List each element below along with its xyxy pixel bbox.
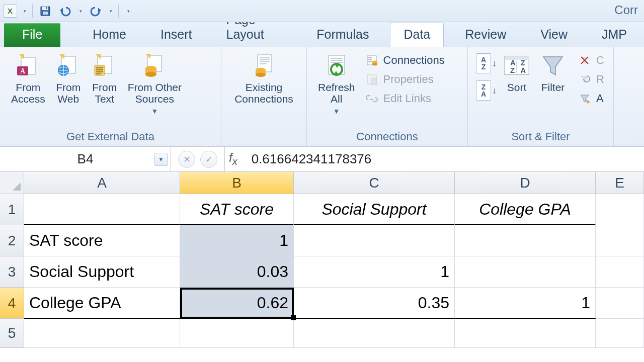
cell-E3[interactable] [596, 256, 644, 288]
cell-A3[interactable]: Social Support [24, 256, 180, 288]
qat-separator [32, 5, 33, 18]
cell-E5[interactable] [596, 319, 644, 348]
tab-insert[interactable]: Insert [147, 23, 205, 47]
cell-D1[interactable]: College GPA [455, 194, 596, 225]
tab-view[interactable]: View [527, 23, 581, 47]
enter-formula-button[interactable]: ✓ [200, 151, 217, 168]
properties-button: Properties [362, 71, 448, 87]
row-header-5[interactable]: 5 [0, 319, 24, 348]
excel-app-icon[interactable]: X [3, 5, 17, 18]
data-row-3: 3 Social Support 0.03 1 [0, 256, 644, 288]
fx-icon[interactable]: fx [225, 151, 246, 167]
filter-button[interactable]: Filter [535, 50, 571, 95]
tab-jmp[interactable]: JMP [589, 23, 640, 47]
group-label-spacer [227, 128, 300, 146]
cell-C1[interactable]: Social Support [294, 194, 455, 225]
sort-za-icon: ZA [476, 80, 491, 101]
row-header-3[interactable]: 3 [0, 256, 24, 288]
cell-D4[interactable]: 1 [455, 288, 596, 319]
redo-icon [89, 6, 102, 17]
cell-C4[interactable]: 0.35 [294, 288, 455, 319]
worksheet[interactable]: A B C D E 1 SAT score Social Support Col… [0, 172, 644, 348]
name-box-value: B4 [77, 151, 94, 167]
app-menu-caret-icon[interactable]: ▾ [22, 9, 27, 14]
refresh-icon [324, 52, 350, 78]
connections-button[interactable]: Connections [362, 52, 448, 68]
from-other-sources-button[interactable]: From Other Sources ▼ [123, 50, 187, 118]
col-header-D[interactable]: D [455, 172, 596, 194]
cell-D3[interactable] [455, 256, 596, 288]
file-tab[interactable]: File [4, 23, 60, 47]
cell-E4[interactable] [596, 288, 644, 319]
cell-D2[interactable] [455, 225, 596, 256]
undo-caret-icon[interactable]: ▾ [78, 9, 83, 14]
data-row-4: 4 College GPA 0.62 0.35 1 [0, 288, 644, 319]
reapply-filter-button: R [575, 71, 607, 87]
qat-separator-2 [118, 5, 119, 18]
col-header-B[interactable]: B [180, 172, 294, 194]
cell-B1[interactable]: SAT score [180, 194, 294, 225]
ribbon-tabs: File Home Insert Page Layout Formulas Da… [0, 22, 644, 47]
reapply-icon [579, 74, 590, 85]
from-text-button[interactable]: From Text [87, 50, 123, 107]
connections-label: Connections [383, 54, 445, 67]
select-all-corner[interactable] [0, 172, 24, 194]
svg-text:Z: Z [510, 66, 515, 74]
col-header-A[interactable]: A [24, 172, 180, 194]
tab-formulas[interactable]: Formulas [303, 23, 382, 47]
cell-A1[interactable] [24, 194, 180, 225]
advanced-filter-button[interactable]: A [575, 90, 607, 107]
group-get-external-data: A From Access From Web [0, 47, 221, 146]
svg-text:A: A [520, 66, 526, 74]
name-box[interactable]: B4 ▼ [0, 147, 171, 171]
cell-A2[interactable]: SAT score [24, 225, 180, 256]
cell-C5[interactable] [294, 319, 455, 348]
col-header-E[interactable]: E [596, 172, 644, 194]
cell-B2[interactable]: 1 [180, 225, 294, 256]
properties-icon [366, 73, 378, 85]
svg-point-18 [256, 73, 266, 77]
col-header-C[interactable]: C [294, 172, 455, 194]
name-box-dropdown-icon[interactable]: ▼ [154, 153, 168, 166]
row-header-1[interactable]: 1 [0, 194, 24, 225]
formula-input[interactable] [246, 147, 644, 171]
redo-button[interactable] [88, 4, 103, 18]
sort-asc-button[interactable]: AZ ↓ [476, 53, 497, 73]
tab-data[interactable]: Data [390, 23, 444, 47]
cell-E1[interactable] [596, 194, 644, 225]
undo-button[interactable] [58, 4, 73, 18]
from-web-button[interactable]: From Web [50, 50, 87, 107]
svg-text:A: A [510, 59, 516, 67]
qat-customize-caret-icon[interactable]: ▾ [124, 9, 133, 14]
sort-dialog-button[interactable]: A Z Z A Sort [499, 50, 535, 95]
from-access-button[interactable]: A From Access [6, 50, 50, 107]
cancel-formula-button[interactable]: ✕ [178, 151, 195, 168]
data-row-5: 5 [0, 319, 644, 348]
from-access-label: From Access [11, 81, 45, 105]
tab-home[interactable]: Home [79, 23, 139, 47]
refresh-all-label: Refresh All [318, 81, 355, 105]
selection-fill-handle[interactable] [291, 315, 296, 320]
cell-C3[interactable]: 1 [294, 256, 455, 288]
row-header-4[interactable]: 4 [0, 288, 24, 319]
svg-rect-2 [43, 12, 48, 15]
tab-review[interactable]: Review [452, 23, 519, 47]
existing-connections-button[interactable]: Existing Connections [229, 50, 298, 107]
sort-label: Sort [507, 81, 527, 93]
cell-B4-value: 0.62 [257, 294, 288, 312]
save-button[interactable] [38, 4, 53, 18]
redo-caret-icon[interactable]: ▾ [108, 9, 113, 14]
row-header-2[interactable]: 2 [0, 225, 24, 256]
cell-A4[interactable]: College GPA [24, 288, 180, 319]
cell-B4[interactable]: 0.62 [180, 288, 294, 319]
cell-A5[interactable] [24, 319, 180, 348]
cell-B3[interactable]: 0.03 [180, 256, 294, 288]
refresh-all-button[interactable]: Refresh All ▼ [313, 50, 360, 118]
cell-D5[interactable] [455, 319, 596, 348]
cell-E2[interactable] [596, 225, 644, 256]
cell-B5[interactable] [180, 319, 294, 348]
quick-access-toolbar: X ▾ ▾ ▾ ▾ [3, 4, 133, 18]
sort-desc-button[interactable]: ZA ↓ [476, 80, 497, 101]
cell-C2[interactable] [294, 225, 455, 256]
chevron-down-icon: ▼ [151, 108, 158, 115]
